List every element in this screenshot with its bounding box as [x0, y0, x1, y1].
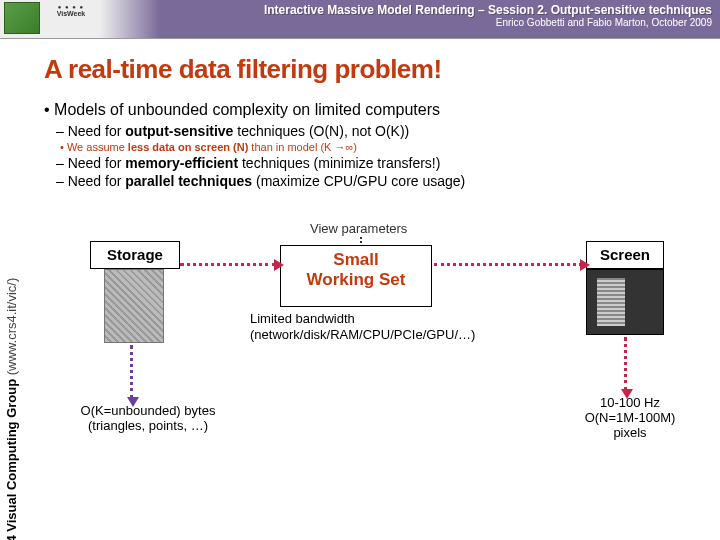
arrow-ws-to-screen-icon [434, 263, 582, 266]
subbullet-memory: Need for memory-efficient techniques (mi… [56, 155, 714, 171]
sidebar-attribution: CRS4 Visual Computing Group (www.crs4.it… [4, 90, 19, 540]
sub-bullet-list: Need for output-sensitive techniques (O(… [56, 123, 714, 139]
bottom-label-screen: 10-100 Hz O(N=1M-100M) pixels [560, 395, 700, 440]
header-title: Interactive Massive Model Rendering – Se… [264, 3, 712, 17]
header-subtitle: Enrico Gobbetti and Fabio Marton, Octobe… [264, 17, 712, 28]
bl3-l2: O(N=1M-100M) [560, 410, 700, 425]
bandwidth-l2: (network/disk/RAM/CPU/PCIe/GPU/…) [250, 327, 475, 343]
arrow-down-storage-icon [130, 345, 133, 399]
crs4-logo-icon [4, 2, 40, 34]
bl3-l3: pixels [560, 425, 700, 440]
bandwidth-label: Limited bandwidth (network/disk/RAM/CPU/… [250, 311, 475, 343]
view-parameters-label: View parameters [310, 221, 407, 236]
storage-image-icon [104, 269, 164, 343]
subbullet-parallel: Need for parallel techniques (maximize C… [56, 173, 714, 189]
working-set-l2: Working Set [281, 270, 431, 290]
bullet-l1: Models of unbounded complexity on limite… [44, 101, 714, 119]
bl1-l1: O(K=unbounded) bytes [68, 403, 228, 418]
bullet-list: Models of unbounded complexity on limite… [44, 101, 714, 119]
working-set-l1: Small [281, 250, 431, 270]
diagram: View parameters Storage Small Working Se… [30, 203, 714, 463]
visweek-logo-icon: ● ● ● ● VisWeek [46, 4, 96, 32]
bandwidth-l1: Limited bandwidth [250, 311, 475, 327]
arrow-storage-to-ws-icon [180, 263, 276, 266]
sidebar: CRS4 Visual Computing Group (www.crs4.it… [0, 50, 28, 540]
subbullet-output-sensitive: Need for output-sensitive techniques (O(… [56, 123, 714, 139]
bottom-label-storage: O(K=unbounded) bytes (triangles, points,… [68, 403, 228, 433]
subsubbullet-assumption: We assume less data on screen (N) than i… [60, 141, 714, 153]
arrow-down-screen-icon [624, 337, 627, 391]
slide-header: ● ● ● ● VisWeek Interactive Massive Mode… [0, 0, 720, 39]
working-set-node: Small Working Set [280, 245, 432, 307]
group-name: CRS4 Visual Computing Group [4, 379, 19, 540]
sub-bullet-list-2: Need for memory-efficient techniques (mi… [56, 155, 714, 189]
bl3-l1: 10-100 Hz [560, 395, 700, 410]
bl1-l2: (triangles, points, …) [68, 418, 228, 433]
storage-node: Storage [90, 241, 180, 269]
screen-node: Screen [586, 241, 664, 269]
header-text: Interactive Massive Model Rendering – Se… [264, 3, 712, 28]
screen-image-icon [586, 269, 664, 335]
slide-content: A real-time data filtering problem! Mode… [30, 42, 714, 536]
subsub-bullet-list: We assume less data on screen (N) than i… [60, 141, 714, 153]
slide-title: A real-time data filtering problem! [44, 54, 714, 85]
group-url: (www.crs4.it/vic/) [4, 278, 19, 379]
